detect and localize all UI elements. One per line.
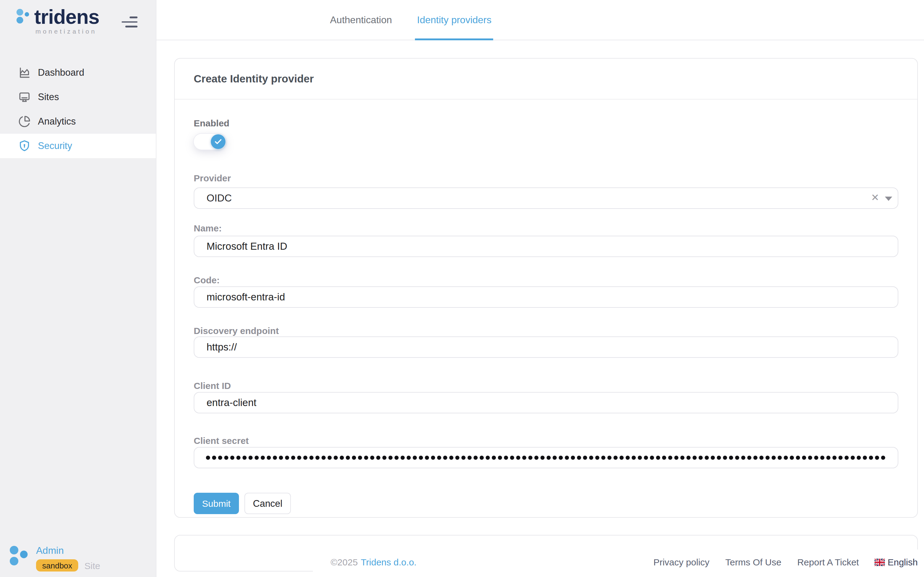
clear-selection-icon[interactable]: ✕ [871, 192, 879, 203]
sidebar-collapse-button[interactable] [122, 16, 137, 27]
language-label: English [888, 557, 918, 567]
footer-links: Privacy policy Terms Of Use Report A Tic… [653, 557, 918, 567]
name-input[interactable] [194, 236, 898, 257]
tab-identity-providers[interactable]: Identity providers [417, 0, 492, 40]
sidebar-item-dashboard[interactable]: Dashboard [0, 60, 156, 85]
environment-badge: sandbox [36, 559, 78, 572]
user-name-link[interactable]: Admin [36, 545, 100, 556]
sidebar-item-analytics[interactable]: Analytics [0, 109, 156, 134]
main-area: Authentication Identity providers Create… [157, 0, 924, 577]
client-id-input[interactable] [194, 392, 898, 413]
monitor-icon [18, 91, 31, 103]
enabled-label: Enabled [194, 118, 898, 127]
create-identity-provider-card: Create Identity provider Enabled Provide… [174, 58, 918, 518]
card-body: Enabled Provider OIDC ✕ [175, 100, 917, 517]
sidebar-item-security[interactable]: Security [0, 134, 156, 158]
submit-button[interactable]: Submit [194, 493, 239, 514]
client-secret-input[interactable]: ••••••••••••••••••••••••••••••••••••••••… [194, 447, 898, 468]
client-id-label: Client ID [194, 381, 898, 390]
user-area: Admin sandbox Site [8, 545, 100, 572]
code-label: Code: [194, 276, 898, 285]
tab-bar: Authentication Identity providers [157, 0, 924, 40]
card-title: Create Identity provider [194, 73, 314, 85]
privacy-policy-link[interactable]: Privacy policy [653, 557, 709, 567]
sidebar-item-sites[interactable]: Sites [0, 85, 156, 109]
sidebar-nav: Dashboard Sites Analytics Security [0, 60, 156, 158]
client-secret-label: Client secret [194, 436, 898, 445]
discovery-endpoint-input[interactable] [194, 337, 898, 358]
brand-mark-icon [8, 545, 31, 569]
form-actions: Submit Cancel [194, 493, 898, 514]
brand-name: tridens [34, 8, 99, 26]
name-label: Name: [194, 224, 898, 233]
code-input[interactable] [194, 286, 898, 308]
site-label: Site [84, 560, 100, 571]
sidebar-item-label: Dashboard [38, 67, 84, 78]
copyright-year: ©2025 [331, 557, 358, 567]
pie-chart-icon [18, 115, 31, 127]
tab-authentication[interactable]: Authentication [330, 0, 392, 40]
sidebar-item-label: Security [38, 140, 72, 152]
content-area: Create Identity provider Enabled Provide… [157, 40, 924, 577]
toggle-knob [211, 134, 226, 149]
footer: ©2025Tridens d.o.o. Privacy policy Terms… [313, 550, 924, 577]
company-link[interactable]: Tridens d.o.o. [361, 557, 417, 567]
provider-select[interactable]: OIDC [194, 187, 898, 209]
check-icon [215, 139, 222, 145]
dashboard-chart-icon [18, 66, 31, 79]
sidebar-item-label: Analytics [38, 116, 76, 127]
brand-tagline: monetization [36, 27, 99, 35]
provider-label: Provider [194, 173, 898, 182]
report-a-ticket-link[interactable]: Report A Ticket [797, 557, 859, 567]
brand-logo-dots-icon [16, 8, 30, 24]
sidebar: tridens monetization Dashboard Sites [0, 0, 157, 577]
brand-logo: tridens monetization [16, 8, 99, 35]
card-header: Create Identity provider [175, 59, 917, 100]
cancel-button[interactable]: Cancel [244, 493, 291, 514]
chevron-down-icon[interactable] [885, 197, 892, 201]
uk-flag-icon [875, 558, 885, 566]
app-root: tridens monetization Dashboard Sites [0, 0, 924, 577]
language-selector[interactable]: English [875, 557, 918, 567]
sidebar-item-label: Sites [38, 92, 59, 103]
terms-of-use-link[interactable]: Terms Of Use [725, 557, 781, 567]
enabled-toggle[interactable] [194, 134, 226, 150]
shield-icon [18, 140, 31, 152]
discovery-endpoint-label: Discovery endpoint [194, 326, 898, 335]
copyright: ©2025Tridens d.o.o. [331, 557, 417, 567]
